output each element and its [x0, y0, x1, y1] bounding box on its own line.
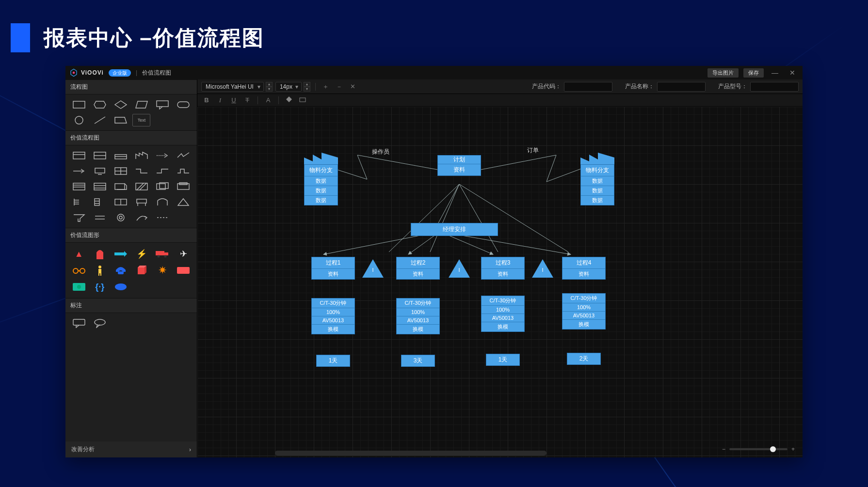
- vsm-tray-icon[interactable]: [174, 180, 192, 193]
- vsm-step2-icon[interactable]: [153, 165, 171, 177]
- zoom-out-icon[interactable]: −: [722, 446, 725, 453]
- process-2-node[interactable]: 过程2 资料: [396, 257, 440, 280]
- factory-right-node[interactable]: 物料分支 数据 数据 数据: [580, 164, 614, 205]
- minimize-button[interactable]: —: [769, 69, 781, 77]
- braces-icon[interactable]: {·}: [91, 281, 108, 293]
- vsm-step-icon[interactable]: [132, 165, 150, 177]
- strike-button[interactable]: T: [242, 96, 253, 104]
- shape-diamond-icon[interactable]: [112, 98, 130, 111]
- day-box-4[interactable]: 2天: [567, 353, 601, 365]
- export-image-button[interactable]: 导出图片: [707, 68, 739, 78]
- factory-left-node[interactable]: 物料分支 数据 数据 数据: [304, 164, 338, 205]
- plan-node[interactable]: 计划 资料: [437, 155, 481, 176]
- schedule-node[interactable]: 经理安排: [411, 223, 498, 236]
- tombstone-icon[interactable]: [91, 248, 108, 260]
- save-button[interactable]: 保存: [743, 68, 764, 78]
- underline-button[interactable]: U: [228, 96, 239, 104]
- vsm-table-icon[interactable]: [112, 165, 130, 177]
- vsm-list-icon[interactable]: [70, 180, 88, 193]
- shape-capsule-icon[interactable]: [174, 98, 192, 111]
- plane-icon[interactable]: ✈: [175, 248, 192, 260]
- fill-color-button[interactable]: [284, 96, 294, 104]
- vsm-process-icon[interactable]: [70, 149, 88, 162]
- vsm-databox-icon[interactable]: [91, 149, 109, 162]
- warning-icon[interactable]: ▲: [70, 248, 87, 260]
- vsm-equals-icon[interactable]: [91, 211, 109, 224]
- vsm-list2-icon[interactable]: [91, 180, 109, 193]
- vsm-arrow-icon[interactable]: [70, 165, 88, 177]
- shape-rect-icon[interactable]: [70, 98, 88, 111]
- truck-icon[interactable]: [154, 248, 171, 260]
- size-spin[interactable]: ▴▾: [304, 82, 310, 92]
- phone-icon[interactable]: [112, 264, 129, 277]
- data-box-4[interactable]: C/T-30分钟 100% AV50013 换模: [562, 293, 606, 330]
- process-4-node[interactable]: 过程4 资料: [562, 257, 606, 280]
- vsm-supplier-icon[interactable]: [112, 149, 130, 162]
- process-3-node[interactable]: 过程3 资料: [481, 257, 525, 280]
- vsm-grid2-icon[interactable]: [91, 196, 109, 208]
- speech-oval-icon[interactable]: [91, 317, 109, 330]
- vsm-curve-icon[interactable]: [132, 211, 150, 224]
- data-box-3[interactable]: C/T-30分钟 100% AV50013 换模: [481, 296, 525, 332]
- vsm-col-icon[interactable]: [70, 196, 88, 208]
- vsm-target-icon[interactable]: [112, 211, 130, 224]
- person-icon[interactable]: [91, 264, 108, 277]
- shape-trapezoid-icon[interactable]: [112, 114, 130, 126]
- label-icon[interactable]: [175, 264, 192, 277]
- speech-rect-icon[interactable]: [70, 317, 88, 330]
- vsm-tri-icon[interactable]: [174, 196, 192, 208]
- zoom-in-icon[interactable]: +: [791, 446, 795, 453]
- shape-line-icon[interactable]: [91, 114, 109, 126]
- product-name-input[interactable]: [657, 82, 706, 92]
- vsm-arch-icon[interactable]: [153, 196, 171, 208]
- vsm-factory-icon[interactable]: [132, 149, 150, 162]
- inventory-triangle-3[interactable]: I: [532, 259, 553, 278]
- process-1-node[interactable]: 过程1 资料: [311, 257, 355, 280]
- adv-badge-icon[interactable]: [112, 281, 129, 293]
- product-code-input[interactable]: [564, 82, 612, 92]
- vsm-hatch-icon[interactable]: [132, 180, 150, 193]
- font-family-select[interactable]: Microsoft YaHei UI: [201, 82, 264, 92]
- vsm-funnel-icon[interactable]: [70, 211, 88, 224]
- font-spin[interactable]: ▴▾: [266, 82, 273, 92]
- cyan-arrow-icon[interactable]: [112, 248, 129, 260]
- vsm-twin-icon[interactable]: [112, 196, 130, 208]
- diagram-canvas[interactable]: 操作员 订单 计划 资料 物料分支 数据 数据 数据 物料: [197, 107, 803, 457]
- horizontal-scrollbar[interactable]: [275, 451, 547, 456]
- cash-icon[interactable]: [70, 281, 87, 293]
- remove-button[interactable]: －: [334, 82, 345, 91]
- font-size-select[interactable]: 14px: [275, 82, 302, 92]
- vsm-push-arrow-icon[interactable]: [153, 149, 171, 162]
- sidebar-footer-improve[interactable]: 改善分析 ›: [65, 441, 197, 457]
- shape-text-icon[interactable]: Text: [132, 114, 150, 126]
- shape-circle-icon[interactable]: [70, 114, 88, 126]
- delete-button[interactable]: ✕: [348, 83, 358, 90]
- data-box-2[interactable]: C/T-30分钟 100% AV50013 换模: [396, 298, 440, 334]
- italic-button[interactable]: I: [215, 96, 225, 104]
- burst-icon[interactable]: ✷: [154, 264, 171, 277]
- day-box-3[interactable]: 1天: [486, 354, 520, 366]
- inventory-triangle-1[interactable]: I: [362, 259, 384, 278]
- data-box-1[interactable]: C/T-30分钟 100% AV50013 换模: [311, 298, 355, 334]
- vsm-timeline-icon[interactable]: [174, 165, 192, 177]
- vsm-desk-icon[interactable]: [132, 196, 150, 208]
- cube-icon[interactable]: [133, 264, 150, 277]
- vsm-dash-icon[interactable]: [153, 211, 171, 224]
- inventory-triangle-2[interactable]: I: [449, 259, 470, 278]
- clear-format-button[interactable]: [297, 96, 308, 104]
- product-model-input[interactable]: [750, 82, 799, 92]
- vsm-zigzag-icon[interactable]: [174, 149, 192, 162]
- bold-button[interactable]: B: [201, 96, 212, 104]
- zoom-slider[interactable]: [729, 448, 788, 450]
- vsm-double-icon[interactable]: [153, 180, 171, 193]
- shape-hex-icon[interactable]: [91, 98, 109, 111]
- font-color-button[interactable]: A: [263, 96, 273, 104]
- lightning-icon[interactable]: ⚡: [133, 248, 150, 260]
- shape-parallelogram-icon[interactable]: [132, 98, 150, 111]
- vsm-monitor-icon[interactable]: [91, 165, 109, 177]
- day-box-2[interactable]: 3天: [401, 355, 435, 367]
- shape-callout-icon[interactable]: [153, 98, 171, 111]
- add-button[interactable]: ＋: [321, 82, 331, 91]
- vsm-card-icon[interactable]: [112, 180, 130, 193]
- day-box-1[interactable]: 1天: [316, 355, 350, 367]
